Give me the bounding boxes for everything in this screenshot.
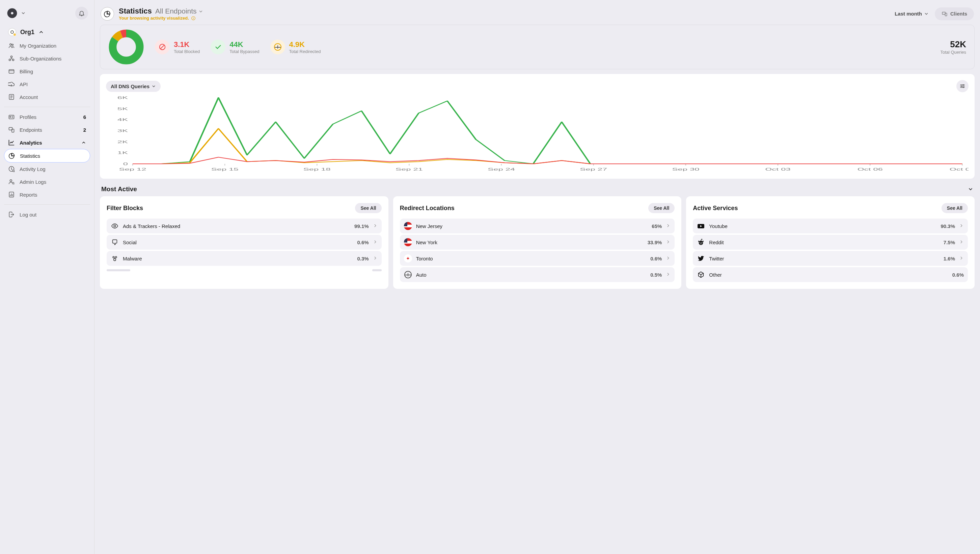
api-icon (8, 81, 15, 88)
item-percent: 0.5% (650, 272, 662, 278)
list-item[interactable]: New Jersey65% (400, 219, 675, 233)
see-all-button[interactable]: See All (942, 203, 968, 213)
list-item[interactable]: Twitter1.6% (693, 251, 968, 266)
card-title: Active Services (693, 205, 738, 212)
flag-ca-icon: ✦ (404, 254, 412, 262)
summary-bar: 3.1KTotal Blocked 44KTotal Bypassed 4.9K… (100, 25, 975, 69)
chevron-down-icon (924, 11, 929, 16)
twitter-icon (697, 254, 705, 262)
list-item[interactable]: New York33.9% (400, 235, 675, 250)
time-range-selector[interactable]: Last month (895, 11, 929, 16)
svg-text:Sep 24: Sep 24 (488, 167, 515, 171)
logo[interactable] (6, 7, 25, 19)
check-icon (214, 43, 222, 51)
svg-point-1 (10, 43, 11, 45)
svg-text:Oct 06: Oct 06 (858, 167, 883, 171)
item-percent: 0.6% (650, 256, 662, 262)
most-active-card: Redirect LocationsSee AllNew Jersey65%Ne… (393, 196, 682, 289)
sidebar-item-account[interactable]: Account (4, 91, 90, 103)
svg-text:Oct 09: Oct 09 (950, 167, 969, 171)
list-item[interactable]: Other0.6% (693, 267, 968, 282)
sidebar-item-api[interactable]: API (4, 78, 90, 91)
svg-text:Oct 03: Oct 03 (765, 167, 790, 171)
chevron-down-icon (968, 187, 973, 192)
sidebar-item-label: My Organization (19, 43, 86, 49)
chevron-right-icon (959, 239, 964, 245)
scope-selector[interactable]: All Endpoints (155, 7, 203, 15)
sidebar-item-reports[interactable]: Reports (4, 188, 90, 201)
sidebar-item-label: API (19, 81, 86, 87)
sidebar-item-admin-logs[interactable]: Admin Logs (4, 175, 90, 188)
sliders-icon (959, 83, 966, 89)
chart-settings-button[interactable] (956, 80, 969, 92)
svg-text:2K: 2K (118, 140, 128, 144)
svg-point-36 (961, 86, 962, 87)
svg-point-26 (193, 17, 194, 18)
list-item[interactable]: Ads & Trackers - Relaxed99.1% (107, 219, 382, 233)
chart-filter-chip[interactable]: All DNS Queries (106, 81, 161, 92)
item-name: Other (709, 272, 948, 278)
sidebar-item-my-organization[interactable]: My Organization (4, 39, 90, 52)
sidebar-item-analytics[interactable]: Analytics (4, 136, 90, 149)
svg-point-13 (10, 116, 11, 117)
sidebar-item-label: Billing (19, 69, 86, 74)
sidebar-item-label: Reports (19, 192, 86, 198)
section-title: Most Active (101, 185, 137, 193)
svg-point-66 (113, 256, 115, 258)
item-percent: 90.3% (940, 223, 955, 229)
info-icon[interactable] (191, 16, 196, 21)
sidebar-item-sub-organizations[interactable]: Sub-Organizations (4, 52, 90, 65)
svg-point-37 (963, 87, 964, 88)
svg-rect-6 (9, 70, 14, 73)
chevron-down-icon (151, 84, 156, 88)
item-name: Twitter (709, 256, 939, 262)
flag-us-icon (404, 238, 412, 246)
list-item[interactable]: Reddit7.5% (693, 235, 968, 250)
globe-icon (404, 271, 412, 279)
see-all-button[interactable]: See All (648, 203, 675, 213)
list-item[interactable]: Auto0.5% (400, 267, 675, 282)
notifications-button[interactable] (75, 7, 88, 19)
chevron-up-icon (81, 140, 86, 145)
donut-chart (108, 29, 144, 65)
chevron-down-icon (21, 11, 25, 16)
svg-text:Sep 30: Sep 30 (672, 167, 699, 171)
sidebar-item-label: Sub-Organizations (19, 56, 86, 61)
svg-line-20 (14, 172, 15, 172)
item-name: Malware (123, 256, 353, 262)
sidebar-item-activity-log[interactable]: Activity Log (4, 163, 90, 175)
sidebar-item-profiles[interactable]: Profiles6 (4, 110, 90, 123)
clients-button[interactable]: Clients (935, 8, 974, 20)
most-active-header[interactable]: Most Active (101, 185, 973, 193)
item-name: Ads & Trackers - Relaxed (123, 223, 350, 229)
item-percent: 1.6% (943, 256, 955, 262)
list-item[interactable]: Youtube90.3% (693, 219, 968, 233)
sidebar-item-label: Statistics (20, 153, 86, 159)
chart-line-icon (8, 139, 15, 146)
item-percent: 99.1% (354, 223, 369, 229)
sidebar-item-label: Account (19, 94, 86, 100)
sidebar-item-label: Endpoints (19, 127, 79, 133)
svg-text:4K: 4K (118, 118, 128, 121)
svg-text:Sep 21: Sep 21 (396, 167, 423, 171)
sidebar-item-endpoints[interactable]: Endpoints2 (4, 123, 90, 136)
stat-blocked: 3.1KTotal Blocked (155, 40, 200, 54)
list-item[interactable]: Malware0.3% (107, 251, 382, 266)
org-name: Org1 (20, 29, 34, 36)
sidebar-item-billing[interactable]: Billing (4, 65, 90, 78)
sidebar-item-logout[interactable]: Log out (4, 208, 90, 221)
sidebar-item-statistics[interactable]: Statistics (4, 149, 90, 163)
org-selector[interactable]: Org1 (4, 25, 90, 39)
account-icon (8, 94, 15, 100)
svg-point-74 (698, 241, 699, 242)
stat-redirected: 4.9KTotal Redirected (270, 40, 321, 54)
list-item[interactable]: ✦Toronto0.6% (400, 251, 675, 266)
card-title: Filter Blocks (107, 205, 143, 212)
line-chart: 01K2K3K4K5K6KSep 12Sep 15Sep 18Sep 21Sep… (106, 95, 969, 172)
page-caption: Your browsing activity visualized. (119, 16, 203, 21)
list-item[interactable]: Social0.6% (107, 235, 382, 250)
svg-point-3 (11, 56, 13, 58)
see-all-button[interactable]: See All (355, 203, 381, 213)
chevron-right-icon (373, 223, 378, 229)
item-name: New York (416, 239, 644, 245)
